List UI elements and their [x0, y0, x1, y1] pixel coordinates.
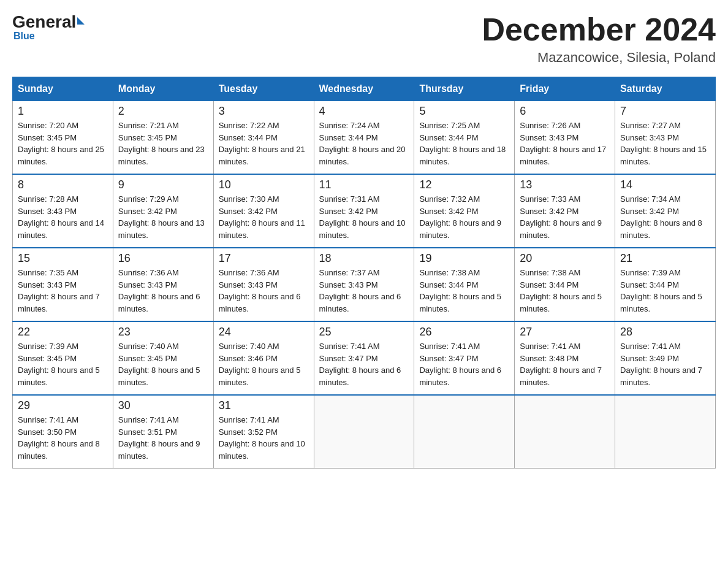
table-row [414, 395, 515, 469]
calendar-week-row: 8 Sunrise: 7:28 AMSunset: 3:43 PMDayligh… [13, 174, 716, 248]
calendar-week-row: 15 Sunrise: 7:35 AMSunset: 3:43 PMDaylig… [13, 248, 716, 321]
day-info: Sunrise: 7:34 AMSunset: 3:42 PMDaylight:… [620, 194, 702, 240]
table-row: 17 Sunrise: 7:36 AMSunset: 3:43 PMDaylig… [213, 248, 314, 321]
day-info: Sunrise: 7:40 AMSunset: 3:46 PMDaylight:… [219, 342, 301, 387]
logo-blue-label: Blue [13, 31, 35, 42]
calendar-table: Sunday Monday Tuesday Wednesday Thursday… [12, 77, 716, 469]
calendar-header-row: Sunday Monday Tuesday Wednesday Thursday… [13, 77, 716, 101]
day-number: 17 [219, 252, 309, 265]
day-number: 9 [118, 178, 208, 191]
day-info: Sunrise: 7:32 AMSunset: 3:42 PMDaylight:… [419, 194, 501, 240]
day-number: 26 [419, 326, 509, 339]
day-number: 3 [219, 105, 309, 118]
table-row: 9 Sunrise: 7:29 AMSunset: 3:42 PMDayligh… [113, 174, 213, 248]
table-row: 14 Sunrise: 7:34 AMSunset: 3:42 PMDaylig… [615, 174, 716, 248]
table-row: 2 Sunrise: 7:21 AMSunset: 3:45 PMDayligh… [113, 101, 213, 175]
day-number: 30 [118, 399, 208, 412]
table-row: 4 Sunrise: 7:24 AMSunset: 3:44 PMDayligh… [314, 101, 414, 175]
day-number: 1 [18, 105, 108, 118]
day-number: 15 [18, 252, 108, 265]
day-number: 4 [319, 105, 409, 118]
day-info: Sunrise: 7:38 AMSunset: 3:44 PMDaylight:… [419, 268, 501, 313]
day-info: Sunrise: 7:33 AMSunset: 3:42 PMDaylight:… [520, 194, 602, 240]
day-info: Sunrise: 7:21 AMSunset: 3:45 PMDaylight:… [118, 121, 205, 166]
col-sunday: Sunday [13, 77, 113, 101]
day-number: 6 [520, 105, 610, 118]
table-row: 21 Sunrise: 7:39 AMSunset: 3:44 PMDaylig… [615, 248, 716, 321]
page-header: General Blue December 2024 Mazancowice, … [12, 12, 716, 66]
day-number: 27 [520, 326, 610, 339]
day-number: 11 [319, 178, 409, 191]
table-row: 8 Sunrise: 7:28 AMSunset: 3:43 PMDayligh… [13, 174, 113, 248]
table-row [314, 395, 414, 469]
day-info: Sunrise: 7:27 AMSunset: 3:43 PMDaylight:… [620, 121, 707, 166]
col-monday: Monday [113, 77, 213, 101]
calendar-week-row: 1 Sunrise: 7:20 AMSunset: 3:45 PMDayligh… [13, 101, 716, 175]
table-row: 12 Sunrise: 7:32 AMSunset: 3:42 PMDaylig… [414, 174, 515, 248]
day-info: Sunrise: 7:29 AMSunset: 3:42 PMDaylight:… [118, 194, 205, 240]
day-number: 5 [419, 105, 509, 118]
day-number: 13 [520, 178, 610, 191]
day-number: 18 [319, 252, 409, 265]
month-title: December 2024 [482, 12, 716, 47]
day-number: 16 [118, 252, 208, 265]
day-number: 19 [419, 252, 509, 265]
day-number: 29 [18, 399, 108, 412]
col-wednesday: Wednesday [314, 77, 414, 101]
table-row: 27 Sunrise: 7:41 AMSunset: 3:48 PMDaylig… [515, 321, 615, 395]
day-info: Sunrise: 7:26 AMSunset: 3:43 PMDaylight:… [520, 121, 606, 166]
col-friday: Friday [515, 77, 615, 101]
table-row: 28 Sunrise: 7:41 AMSunset: 3:49 PMDaylig… [615, 321, 716, 395]
logo-general-text: General [12, 12, 76, 32]
day-info: Sunrise: 7:35 AMSunset: 3:43 PMDaylight:… [18, 268, 100, 313]
day-info: Sunrise: 7:41 AMSunset: 3:48 PMDaylight:… [520, 342, 602, 387]
table-row: 22 Sunrise: 7:39 AMSunset: 3:45 PMDaylig… [13, 321, 113, 395]
col-tuesday: Tuesday [213, 77, 314, 101]
table-row: 16 Sunrise: 7:36 AMSunset: 3:43 PMDaylig… [113, 248, 213, 321]
day-info: Sunrise: 7:37 AMSunset: 3:43 PMDaylight:… [319, 268, 401, 313]
table-row: 24 Sunrise: 7:40 AMSunset: 3:46 PMDaylig… [213, 321, 314, 395]
day-number: 8 [18, 178, 108, 191]
day-info: Sunrise: 7:24 AMSunset: 3:44 PMDaylight:… [319, 121, 406, 166]
day-number: 2 [118, 105, 208, 118]
day-info: Sunrise: 7:41 AMSunset: 3:47 PMDaylight:… [419, 342, 501, 387]
table-row: 29 Sunrise: 7:41 AMSunset: 3:50 PMDaylig… [13, 395, 113, 469]
day-info: Sunrise: 7:20 AMSunset: 3:45 PMDaylight:… [18, 121, 104, 166]
logo-triangle-icon [77, 17, 85, 25]
logo-blue-part [76, 20, 85, 25]
day-info: Sunrise: 7:28 AMSunset: 3:43 PMDaylight:… [18, 194, 104, 240]
table-row: 25 Sunrise: 7:41 AMSunset: 3:47 PMDaylig… [314, 321, 414, 395]
day-info: Sunrise: 7:39 AMSunset: 3:44 PMDaylight:… [620, 268, 702, 313]
table-row: 11 Sunrise: 7:31 AMSunset: 3:42 PMDaylig… [314, 174, 414, 248]
table-row: 15 Sunrise: 7:35 AMSunset: 3:43 PMDaylig… [13, 248, 113, 321]
table-row [615, 395, 716, 469]
table-row: 3 Sunrise: 7:22 AMSunset: 3:44 PMDayligh… [213, 101, 314, 175]
day-info: Sunrise: 7:36 AMSunset: 3:43 PMDaylight:… [219, 268, 301, 313]
day-info: Sunrise: 7:38 AMSunset: 3:44 PMDaylight:… [520, 268, 602, 313]
day-number: 22 [18, 326, 108, 339]
day-info: Sunrise: 7:36 AMSunset: 3:43 PMDaylight:… [118, 268, 200, 313]
day-info: Sunrise: 7:41 AMSunset: 3:52 PMDaylight:… [219, 415, 305, 461]
table-row [515, 395, 615, 469]
day-number: 21 [620, 252, 710, 265]
table-row: 10 Sunrise: 7:30 AMSunset: 3:42 PMDaylig… [213, 174, 314, 248]
day-info: Sunrise: 7:30 AMSunset: 3:42 PMDaylight:… [219, 194, 305, 240]
location-title: Mazancowice, Silesia, Poland [482, 50, 716, 66]
day-number: 31 [219, 399, 309, 412]
logo: General Blue [12, 12, 85, 42]
table-row: 20 Sunrise: 7:38 AMSunset: 3:44 PMDaylig… [515, 248, 615, 321]
col-saturday: Saturday [615, 77, 716, 101]
table-row: 23 Sunrise: 7:40 AMSunset: 3:45 PMDaylig… [113, 321, 213, 395]
title-block: December 2024 Mazancowice, Silesia, Pola… [482, 12, 716, 66]
day-number: 23 [118, 326, 208, 339]
table-row: 13 Sunrise: 7:33 AMSunset: 3:42 PMDaylig… [515, 174, 615, 248]
day-number: 7 [620, 105, 710, 118]
table-row: 6 Sunrise: 7:26 AMSunset: 3:43 PMDayligh… [515, 101, 615, 175]
day-number: 28 [620, 326, 710, 339]
day-info: Sunrise: 7:41 AMSunset: 3:50 PMDaylight:… [18, 415, 100, 461]
day-info: Sunrise: 7:22 AMSunset: 3:44 PMDaylight:… [219, 121, 305, 166]
day-info: Sunrise: 7:25 AMSunset: 3:44 PMDaylight:… [419, 121, 506, 166]
day-info: Sunrise: 7:40 AMSunset: 3:45 PMDaylight:… [118, 342, 200, 387]
day-number: 25 [319, 326, 409, 339]
table-row: 18 Sunrise: 7:37 AMSunset: 3:43 PMDaylig… [314, 248, 414, 321]
